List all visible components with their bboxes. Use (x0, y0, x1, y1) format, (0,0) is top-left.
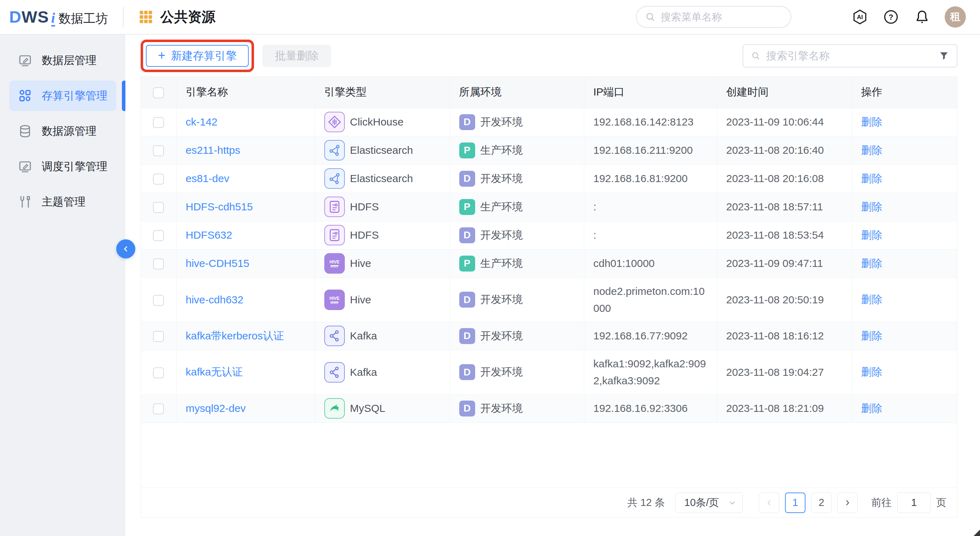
env-label: 开发环境 (480, 401, 523, 416)
row-checkbox[interactable] (153, 404, 164, 415)
create-engine-button[interactable]: + 新建存算引擎 (146, 45, 249, 67)
sidebar-item-data-layer[interactable]: 数据层管理 (9, 45, 116, 76)
avatar[interactable]: 租 (945, 6, 966, 27)
env-badge: D (459, 114, 475, 130)
column-header-name: 引擎名称 (176, 77, 315, 108)
engine-name-link[interactable]: hive-cdh632 (186, 294, 243, 305)
env-label: 开发环境 (480, 115, 523, 129)
delete-link[interactable]: 删除 (861, 402, 883, 414)
env-label: 生产环境 (480, 143, 523, 158)
engine-type-icon (324, 140, 345, 161)
sidebar-collapse-button[interactable] (116, 239, 135, 258)
sidebar-item-label: 数据层管理 (42, 53, 97, 68)
engine-name-link[interactable]: hive-CDH515 (186, 257, 250, 269)
engine-type-label: ClickHouse (350, 116, 404, 128)
delete-link[interactable]: 删除 (861, 257, 883, 269)
delete-link[interactable]: 删除 (861, 116, 883, 128)
bell-icon[interactable] (913, 8, 931, 26)
help-icon[interactable]: ? (883, 8, 899, 26)
row-checkbox[interactable] (153, 295, 164, 306)
engine-name-link[interactable]: ck-142 (186, 116, 218, 128)
engine-type-label: Elasticsearch (350, 172, 413, 185)
delete-link[interactable]: 删除 (861, 201, 883, 212)
page-size-select[interactable]: 10条/页 (676, 493, 743, 513)
created-cell: 2023-11-09 09:47:11 (717, 249, 852, 278)
delete-link[interactable]: 删除 (861, 294, 883, 305)
sidebar-item-label: 主题管理 (42, 195, 86, 209)
table-row: es81-dev Elasticsearch D 开发环境 192.168.16… (141, 164, 957, 193)
sidebar-item-scheduler[interactable]: 调度引擎管理 (9, 152, 116, 182)
env-label: 开发环境 (480, 171, 523, 186)
prev-page-button[interactable] (759, 493, 780, 513)
column-header-created: 创建时间 (717, 77, 852, 108)
menu-search-input[interactable] (661, 11, 787, 23)
env-badge: D (459, 171, 475, 187)
engine-search-box[interactable] (743, 44, 958, 67)
ip-cell: : (584, 193, 717, 221)
engine-name-link[interactable]: es211-https (186, 144, 240, 156)
sidebar-item-data-source[interactable]: 数据源管理 (9, 116, 116, 147)
page-button-2[interactable]: 2 (811, 493, 832, 513)
table-row: ck-142 ClickHouse D 开发环境 192.168.16.142:… (141, 108, 957, 136)
total-count: 共 12 条 (627, 496, 665, 510)
table-row: hive-cdh632 Hive D 开发环境 node2.primeton.c… (141, 278, 957, 322)
search-icon (751, 50, 760, 62)
table-panel: 引擎名称 引擎类型 所属环境 IP端口 创建时间 操作 ck-142 Click… (141, 77, 958, 518)
table-row: mysql92-dev MySQL D 开发环境 192.168.16.92:3… (141, 394, 957, 423)
row-checkbox[interactable] (153, 258, 164, 270)
column-header-type: 引擎类型 (315, 77, 450, 108)
env-label: 开发环境 (480, 365, 523, 380)
engine-name-link[interactable]: mysql92-dev (186, 402, 246, 414)
delete-link[interactable]: 删除 (861, 229, 883, 241)
delete-link[interactable]: 删除 (861, 144, 883, 156)
chevron-left-icon (765, 499, 773, 507)
engine-type-icon (324, 225, 345, 246)
table-row: kafka无认证 Kafka D 开发环境 kafka1:9092,kafka2… (141, 350, 957, 394)
row-checkbox[interactable] (153, 230, 164, 241)
engine-search-input[interactable] (766, 50, 933, 62)
select-all-checkbox[interactable] (153, 87, 164, 98)
env-label: 开发环境 (480, 329, 523, 343)
database-icon (18, 124, 32, 139)
goto-page-input[interactable] (897, 493, 931, 513)
sidebar-item-label: 存算引擎管理 (42, 88, 107, 103)
toolbar: + 新建存算引擎 批量删除 (141, 38, 958, 73)
next-page-button[interactable] (837, 493, 858, 513)
batch-delete-button[interactable]: 批量删除 (262, 45, 331, 67)
corner-artifact (974, 530, 980, 536)
sidebar-item-engine-mgmt[interactable]: 存算引擎管理 (9, 81, 116, 111)
goto-suffix: 页 (936, 496, 947, 510)
env-label: 开发环境 (480, 292, 523, 307)
created-cell: 2023-11-08 20:16:08 (717, 164, 852, 193)
row-checkbox[interactable] (153, 145, 164, 156)
delete-link[interactable]: 删除 (861, 366, 883, 378)
monitor-edit-icon (18, 53, 32, 68)
red-highlight-annotation: + 新建存算引擎 (141, 40, 254, 72)
env-badge: D (459, 400, 475, 416)
row-checkbox[interactable] (153, 117, 164, 128)
engine-name-link[interactable]: HDFS-cdh515 (186, 201, 253, 212)
sidebar-item-theme[interactable]: 主题管理 (9, 187, 116, 217)
engine-name-link[interactable]: HDFS632 (186, 229, 232, 241)
delete-link[interactable]: 删除 (861, 172, 883, 184)
column-header-ip: IP端口 (584, 77, 717, 108)
menu-search-box[interactable] (636, 6, 791, 28)
engine-name-link[interactable]: es81-dev (186, 172, 229, 184)
row-checkbox[interactable] (153, 367, 164, 378)
row-checkbox[interactable] (153, 174, 164, 185)
filter-icon[interactable] (938, 50, 950, 62)
logo-product-name: 数据工坊 (59, 10, 108, 27)
env-label: 开发环境 (480, 228, 523, 242)
row-checkbox[interactable] (153, 331, 164, 342)
engine-type-label: Elasticsearch (350, 144, 413, 156)
plus-icon: + (158, 49, 165, 62)
ai-icon[interactable]: AI (851, 8, 869, 26)
engine-type-icon (324, 362, 345, 383)
page-button-1[interactable]: 1 (785, 493, 805, 513)
env-badge: D (459, 328, 475, 344)
engine-name-link[interactable]: kafka无认证 (186, 366, 243, 378)
delete-link[interactable]: 删除 (861, 330, 883, 341)
engine-name-link[interactable]: kafka带kerberos认证 (186, 330, 284, 341)
sidebar: 数据层管理 存算引擎管理 数据源管理 (0, 35, 126, 536)
row-checkbox[interactable] (153, 202, 164, 213)
